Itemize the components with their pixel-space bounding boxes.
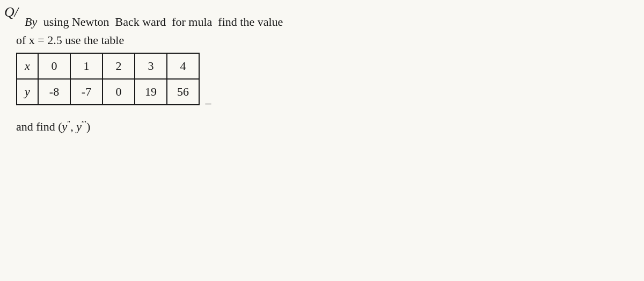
line3-text: and find (y″, y′′′) [16,120,90,133]
table-container: x 0 1 2 3 4 y -8 -7 0 19 56 [16,53,200,105]
cell-y4: 56 [167,79,199,105]
line2: of x = 2.5 use the table [16,33,628,47]
cell-y2: 0 [103,79,135,105]
line1: By using Newton Back ward for mula find … [25,15,628,29]
line1-by: By [25,15,37,29]
header-3: 3 [135,53,167,79]
header-2: 2 [103,53,135,79]
checkmark: Q/ [4,4,18,20]
cell-y0: -8 [38,79,70,105]
header-1: 1 [70,53,103,79]
line3: and find (y″, y′′′) [16,120,628,134]
dash: – [205,96,211,110]
line2-text: of x = 2.5 use the table [16,33,124,47]
header-4: 4 [167,53,199,79]
table-row-y: y -8 -7 0 19 56 [17,79,199,105]
cell-y1: -7 [70,79,103,105]
cell-y3: 19 [135,79,167,105]
table-row-header: x 0 1 2 3 4 [17,53,199,79]
data-table: x 0 1 2 3 4 y -8 -7 0 19 56 [16,53,200,105]
line1-text: using Newton Back ward for mula find the… [40,15,283,29]
page: Q/ By using Newton Back ward for mula fi… [0,0,644,281]
header-0: 0 [38,53,70,79]
header-x: x [17,53,38,79]
cell-y: y [17,79,38,105]
